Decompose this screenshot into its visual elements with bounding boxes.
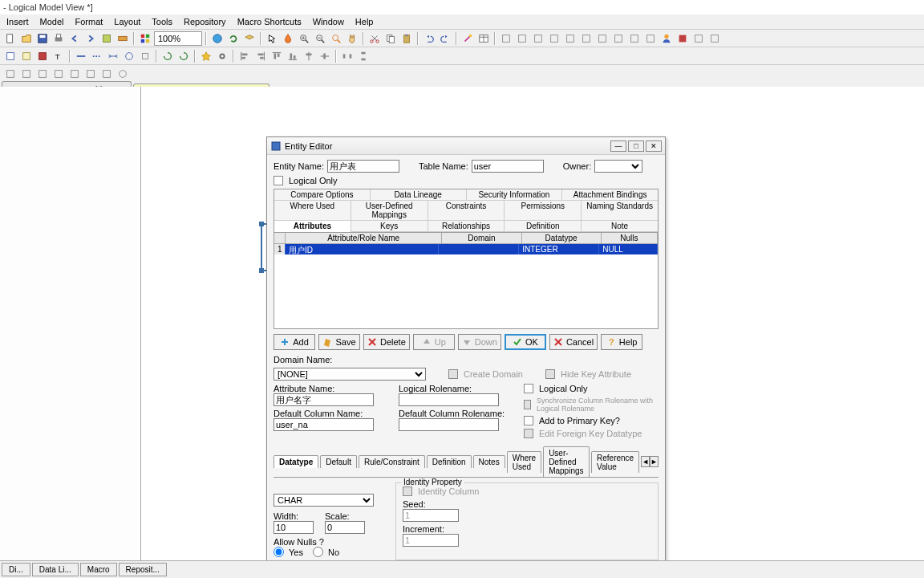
tool-redo-icon[interactable] <box>83 31 98 46</box>
cell-domain[interactable] <box>439 244 519 254</box>
grid-header-datatype[interactable]: Datatype <box>522 233 602 244</box>
t3-2-icon[interactable] <box>19 67 34 81</box>
t3-1-icon[interactable] <box>3 67 18 81</box>
menu-window[interactable]: Window <box>308 15 349 28</box>
tool-generic2-icon[interactable] <box>116 31 130 46</box>
datatype-select[interactable]: CHAR <box>274 494 374 507</box>
subtab-user-defined-mappings[interactable]: User-Defined Mappings <box>543 446 590 477</box>
tab-attachment-bindings[interactable]: Attachment Bindings <box>562 189 658 201</box>
cell-nulls[interactable]: NULL <box>599 244 658 254</box>
tool-redo2-icon[interactable] <box>438 31 452 46</box>
allow-nulls-no-radio[interactable] <box>313 547 323 557</box>
logical-rolename-input[interactable] <box>399 393 499 406</box>
minimize-button[interactable]: — <box>610 140 626 152</box>
tab-definition[interactable]: Definition <box>505 221 582 232</box>
logical-only2-checkbox[interactable] <box>524 384 533 393</box>
tool-g12-icon[interactable] <box>691 31 706 46</box>
subtab-reference-value[interactable]: Reference Value <box>591 451 639 473</box>
t3-3-icon[interactable] <box>35 67 50 81</box>
tool-g6-icon[interactable] <box>579 31 594 46</box>
rel-identifying-icon[interactable] <box>74 49 88 63</box>
tab-permissions[interactable]: Permissions <box>505 201 582 221</box>
table-name-input[interactable] <box>472 160 544 173</box>
tool-g8-icon[interactable] <box>611 31 626 46</box>
attribute-name-input[interactable] <box>274 393 374 406</box>
logical-only-checkbox[interactable] <box>274 176 283 185</box>
tool-user-icon[interactable] <box>659 31 674 46</box>
bottom-tab-2[interactable]: Macro <box>80 563 117 576</box>
add-primary-checkbox[interactable] <box>524 416 533 425</box>
tool-undo-icon[interactable] <box>67 31 82 46</box>
menu-help[interactable]: Help <box>351 15 379 28</box>
tool-recycle2-icon[interactable] <box>176 49 191 63</box>
grid-header-name[interactable]: Attribute/Role Name <box>286 233 442 244</box>
rel-subtype-icon[interactable] <box>122 49 136 63</box>
subtab-rule-constraint[interactable]: Rule/Constraint <box>359 455 425 468</box>
cell-datatype[interactable]: INTEGER <box>519 244 599 254</box>
tool-g2-icon[interactable] <box>515 31 529 46</box>
menu-tools[interactable]: Tools <box>147 15 177 28</box>
menu-model[interactable]: Model <box>35 15 69 28</box>
tool-recycle-icon[interactable] <box>160 49 175 63</box>
down-button[interactable]: Down <box>458 334 501 350</box>
tab-user-defined-mappings[interactable]: User-Defined Mappings <box>351 201 428 221</box>
tool-g9-icon[interactable] <box>627 31 642 46</box>
tool-g11-icon[interactable] <box>675 31 690 46</box>
allow-nulls-yes-radio[interactable] <box>274 547 284 557</box>
tab-note[interactable]: Note <box>582 221 658 232</box>
menu-format[interactable]: Format <box>70 15 107 28</box>
tool-star-icon[interactable] <box>199 49 213 63</box>
delete-button[interactable]: Delete <box>363 334 410 350</box>
tool-new-icon[interactable] <box>3 31 18 46</box>
tool-gear-icon[interactable] <box>215 49 229 63</box>
tool-colorswatch-icon[interactable] <box>138 31 152 46</box>
subtab-datatype[interactable]: Datatype <box>274 455 318 468</box>
tool-g10-icon[interactable] <box>643 31 658 46</box>
tool-open-icon[interactable] <box>19 31 34 46</box>
tool-pointer-icon[interactable] <box>265 31 279 46</box>
help-button[interactable]: ?Help <box>601 334 642 350</box>
tool-undo2-icon[interactable] <box>422 31 436 46</box>
tool-g13-icon[interactable] <box>707 31 722 46</box>
up-button[interactable]: Up <box>413 334 455 350</box>
dist-h-icon[interactable] <box>340 49 355 63</box>
scale-input[interactable] <box>325 521 365 534</box>
t3-8-icon[interactable] <box>116 67 130 81</box>
tool-cut-icon[interactable] <box>367 31 382 46</box>
ok-button[interactable]: OK <box>505 334 546 350</box>
grid-row-1[interactable]: 1 用户ID INTEGER NULL <box>274 244 658 254</box>
tool-paste-icon[interactable] <box>399 31 414 46</box>
tab-naming-standards[interactable]: Naming Standards <box>582 201 658 221</box>
tool-refresh-icon[interactable] <box>226 31 241 46</box>
tool-fire-icon[interactable] <box>281 31 295 46</box>
close-button[interactable]: ✕ <box>646 140 662 152</box>
resize-handle-icon[interactable] <box>259 268 264 273</box>
t3-7-icon[interactable] <box>99 67 114 81</box>
subtab-prev-button[interactable]: ◄ <box>641 456 650 467</box>
t3-5-icon[interactable] <box>67 67 82 81</box>
dialog-titlebar[interactable]: Entity Editor — □ ✕ <box>267 137 665 155</box>
cancel-button[interactable]: Cancel <box>549 334 598 350</box>
tool-print-icon[interactable] <box>51 31 66 46</box>
tool-g4-icon[interactable] <box>547 31 561 46</box>
tool-zoomfit-icon[interactable] <box>329 31 343 46</box>
menu-repository[interactable]: Repository <box>179 15 231 28</box>
align-left-icon[interactable] <box>237 49 252 63</box>
draw-view-icon[interactable] <box>19 49 34 63</box>
tab-data-lineage[interactable]: Data Lineage <box>371 189 467 201</box>
tool-g7-icon[interactable] <box>595 31 610 46</box>
menu-insert[interactable]: Insert <box>2 15 34 28</box>
tab-constraints[interactable]: Constraints <box>428 201 505 221</box>
save-button[interactable]: Save <box>318 334 360 350</box>
tool-wand-icon[interactable] <box>460 31 475 46</box>
grid-header-nulls[interactable]: Nulls <box>602 233 658 244</box>
menu-layout[interactable]: Layout <box>109 15 145 28</box>
subtab-where-used[interactable]: Where Used <box>507 451 541 473</box>
tab-relationships[interactable]: Relationships <box>428 221 505 232</box>
maximize-button[interactable]: □ <box>628 140 644 152</box>
tool-zoomin-icon[interactable] <box>297 31 311 46</box>
draw-text-icon[interactable]: T <box>51 49 66 63</box>
tool-g3-icon[interactable] <box>531 31 545 46</box>
zoom-input[interactable] <box>154 31 202 46</box>
tool-generic-icon[interactable] <box>99 31 114 46</box>
